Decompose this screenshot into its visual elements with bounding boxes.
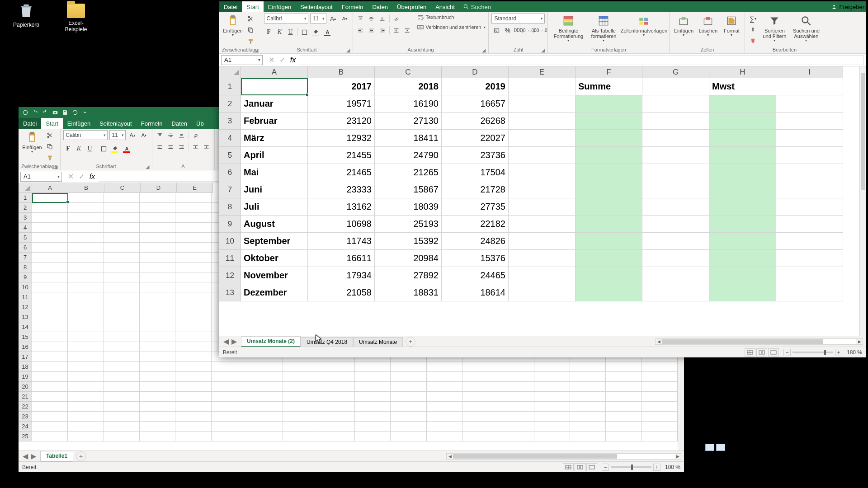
cell[interactable]: 10698 — [308, 216, 375, 233]
sheet-tab-umsatz-monate[interactable]: Umsatz Monate — [353, 337, 403, 347]
cell[interactable] — [427, 372, 462, 382]
cell[interactable] — [391, 372, 426, 382]
row-header[interactable]: 18 — [19, 362, 32, 372]
cell[interactable] — [68, 282, 104, 292]
cell[interactable] — [576, 233, 642, 250]
cell[interactable] — [576, 147, 642, 164]
row-header[interactable]: 9 — [219, 216, 241, 233]
cell[interactable] — [462, 412, 498, 422]
cell[interactable]: 23120 — [308, 113, 375, 130]
cell[interactable] — [104, 193, 140, 203]
cell[interactable] — [642, 412, 678, 422]
row-header[interactable]: 19 — [19, 372, 32, 382]
cell[interactable] — [140, 272, 175, 282]
cell[interactable] — [68, 382, 104, 392]
cell[interactable] — [576, 267, 642, 284]
sheet-nav-prev[interactable]: ◀ — [222, 338, 230, 346]
cell[interactable] — [498, 422, 534, 432]
cell[interactable] — [776, 198, 843, 216]
cell[interactable] — [140, 392, 175, 402]
cell[interactable] — [32, 372, 68, 382]
cell[interactable] — [32, 282, 68, 292]
cell[interactable] — [642, 95, 709, 113]
row-header[interactable]: 4 — [219, 130, 241, 147]
cell[interactable] — [283, 382, 319, 392]
cell[interactable] — [709, 233, 776, 250]
row-header[interactable]: 5 — [219, 147, 241, 164]
row-header[interactable]: 10 — [19, 282, 32, 292]
cell[interactable] — [709, 250, 776, 267]
view-normal-button[interactable] — [745, 348, 755, 357]
zoom-out-button[interactable]: − — [602, 464, 609, 471]
cell[interactable] — [642, 113, 709, 130]
cell[interactable]: Mai — [241, 164, 308, 181]
decrease-indent-button[interactable] — [392, 25, 401, 35]
cell[interactable] — [175, 193, 211, 203]
cell[interactable] — [32, 432, 68, 441]
row-header[interactable]: 3 — [19, 213, 32, 223]
cell[interactable] — [247, 412, 283, 422]
font-name-combo[interactable]: Calibri — [264, 14, 308, 23]
col-header[interactable]: C — [375, 66, 442, 78]
cell[interactable] — [104, 412, 140, 422]
cell[interactable] — [104, 223, 140, 233]
cell[interactable] — [427, 432, 462, 441]
cell[interactable] — [462, 402, 498, 412]
tab-view[interactable]: Ansicht — [431, 1, 459, 12]
view-normal-button[interactable] — [563, 463, 574, 471]
cell[interactable] — [140, 332, 175, 342]
cell[interactable] — [212, 382, 247, 392]
cell[interactable] — [104, 432, 140, 441]
cell[interactable] — [68, 263, 104, 272]
sheet-nav-prev[interactable]: ◀ — [21, 452, 29, 460]
cell[interactable] — [175, 233, 211, 243]
cell[interactable] — [68, 243, 104, 253]
row-header[interactable]: 4 — [19, 223, 32, 233]
cell[interactable] — [68, 372, 104, 382]
cell[interactable] — [68, 213, 104, 223]
align-right-button[interactable] — [177, 142, 187, 152]
cell[interactable] — [509, 233, 576, 250]
cell[interactable] — [140, 312, 175, 322]
cell[interactable] — [175, 223, 211, 233]
cell[interactable] — [776, 216, 843, 233]
cell[interactable] — [140, 352, 175, 362]
cell[interactable] — [212, 402, 247, 412]
cell[interactable] — [175, 342, 211, 352]
cell[interactable] — [462, 422, 498, 432]
cell[interactable] — [32, 342, 68, 352]
cell[interactable] — [32, 213, 68, 223]
orientation-button[interactable]: ab — [191, 130, 201, 140]
cell[interactable]: Februar — [241, 113, 308, 130]
horizontal-scrollbar[interactable]: ◀▶ — [446, 453, 681, 460]
cell[interactable]: Dezember — [241, 284, 308, 301]
cell[interactable] — [427, 392, 462, 402]
col-header[interactable]: F — [576, 66, 642, 78]
col-header[interactable]: E — [177, 183, 213, 193]
cell[interactable] — [606, 392, 642, 402]
cell[interactable]: 24465 — [442, 267, 509, 284]
cell[interactable] — [104, 352, 140, 362]
cell[interactable] — [355, 422, 391, 432]
cell[interactable] — [104, 372, 140, 382]
save-button[interactable] — [61, 108, 69, 117]
cell[interactable] — [140, 243, 175, 253]
underline-button[interactable]: U — [286, 27, 296, 37]
cell[interactable] — [709, 267, 776, 284]
align-center-button[interactable] — [367, 25, 377, 35]
format-painter-button[interactable] — [245, 36, 255, 46]
cell[interactable] — [509, 78, 576, 95]
cell[interactable]: 12932 — [308, 130, 375, 147]
redo-button[interactable] — [41, 108, 49, 117]
cell[interactable]: 17934 — [308, 267, 375, 284]
cell[interactable] — [283, 402, 319, 412]
cell[interactable]: 21728 — [442, 181, 509, 198]
decrease-indent-button[interactable] — [191, 142, 201, 152]
col-header[interactable]: B — [308, 66, 375, 78]
shrink-font-button[interactable]: A▾ — [139, 130, 149, 140]
cell[interactable] — [391, 432, 426, 441]
cell[interactable] — [140, 302, 175, 312]
sheet-nav-next[interactable]: ▶ — [230, 338, 238, 346]
cell[interactable] — [104, 312, 140, 322]
format-as-table-button[interactable]: Als Tabelle formatieren▾ — [588, 14, 619, 43]
